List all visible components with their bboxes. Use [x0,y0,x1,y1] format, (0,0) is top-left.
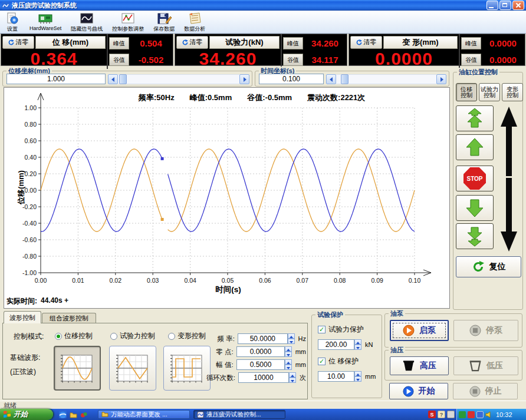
frequency-spinner[interactable] [288,333,295,344]
force-control-mode-button[interactable]: 试验力控制 [479,83,500,101]
save-icon [156,12,172,25]
force-protection-spinner[interactable] [354,339,361,350]
jog-down-button[interactable] [456,195,494,221]
spinner-down-icon[interactable] [285,365,291,370]
valley-label: 谷值 [283,54,303,66]
toolbar-save-button[interactable]: 保存数据 [152,11,176,34]
displacement-protection-checkbox[interactable]: ✓ 位 移保护 [318,356,359,366]
spinner-down-icon[interactable] [289,378,296,383]
tab-combined-wave-control[interactable]: 组合波形控制 [42,313,96,323]
radio-force-control[interactable]: 试验力控制 [110,331,155,341]
jog-fast-up-button[interactable] [456,105,494,131]
force-protection-checkbox[interactable]: ✓ 试验力保护 [318,325,364,335]
deformation-value: 0.0000 [349,49,459,69]
spinner-down-icon[interactable] [285,352,291,357]
spinner-up-icon[interactable] [288,333,295,339]
time-coordinate-input[interactable]: 0.100 [259,74,324,84]
toolbar-param-adjust-label: 控制参数调整 [112,25,144,33]
scroll-left-icon[interactable] [108,74,118,84]
taskbar-task-hydraulic-control[interactable]: 液压疲劳试验控制... [193,410,285,419]
spinner-up-icon[interactable] [354,371,361,376]
taskbar-help-icon[interactable]: ? [438,411,445,418]
tab-wave-control[interactable]: 波形控制 [4,311,41,323]
scroll-thumb[interactable] [341,74,349,84]
deformation-control-mode-button[interactable]: 变形控制 [502,83,523,101]
low-pressure-button[interactable]: 低压 [453,356,518,375]
scroll-left-icon[interactable] [326,74,336,84]
toolbar-hardware-button[interactable]: HardWareSet [28,11,63,32]
quick-launch-ie-icon[interactable] [59,411,67,418]
system-tray: 10:32 [456,409,526,420]
stop-test-button[interactable]: 停止 [453,383,518,399]
tray-volume-icon[interactable] [485,411,492,418]
scroll-thumb[interactable] [119,74,127,84]
time-coordinate-scrollbar[interactable] [326,74,446,84]
cycle-count-input[interactable]: 10000 [238,372,289,383]
deformation-clear-button[interactable]: 清零 [350,36,382,49]
cycle-count-spinner[interactable] [289,372,296,383]
taskbar-s-icon[interactable]: S [428,411,436,418]
toolbar-param-adjust-button[interactable]: 控制参数调整 [111,11,145,34]
displacement-protection-input[interactable]: 10.00 [318,371,354,382]
tray-green-icon[interactable] [459,411,466,418]
jog-stop-button[interactable]: STOP [456,166,494,191]
zero-point-spinner[interactable] [285,346,291,357]
cylinder-group-title: 油缸位置控制 [457,68,499,77]
quick-launch-folder-icon[interactable] [70,411,77,418]
spinner-up-icon[interactable] [285,359,291,365]
reset-button[interactable]: 复位 [456,256,521,277]
deformation-valley-value: 0.0000 [481,55,525,65]
spinner-down-icon[interactable] [354,376,361,382]
jog-fast-down-button[interactable] [456,223,494,249]
force-protection-input[interactable]: 200.00 [318,339,354,350]
start-pump-button[interactable]: 启泵 [390,320,449,341]
actual-time-readout: 实际时间: 44.40s + [6,296,68,306]
triangle-wave-button[interactable] [109,346,156,391]
taskbar-misc-icon[interactable] [447,411,455,418]
displacement-coordinate-scrollbar[interactable] [108,74,249,84]
jog-up-button[interactable] [456,134,494,160]
quick-launch-media-icon[interactable] [80,411,88,418]
spinner-up-icon[interactable] [354,339,361,345]
svg-text:0.00: 0.00 [35,277,47,284]
sine-wave-button[interactable] [54,346,101,391]
high-pressure-button[interactable]: 高压 [390,356,449,375]
toolbar-analysis-button[interactable]: 数据分析 [183,11,206,34]
toolbar-analysis-label: 数据分析 [184,25,205,33]
amplitude-input[interactable]: 0.5000 [236,359,285,370]
high-pressure-bucket-icon [402,360,415,372]
valley-label: 谷值 [461,54,481,66]
svg-text:-0.40: -0.40 [22,220,37,227]
scroll-right-icon[interactable] [436,74,446,84]
stop-pump-button[interactable]: 停泵 [453,320,518,341]
taskbar-clock: 10:32 [496,411,512,418]
scroll-right-icon[interactable] [239,74,249,84]
force-clear-button[interactable]: 清零 [176,36,208,49]
radio-displacement-control[interactable]: 位移控制 [55,331,93,341]
tray-red-icon[interactable] [468,411,475,418]
spinner-down-icon[interactable] [288,339,295,344]
tray-network-icon[interactable] [476,411,484,418]
spinner-up-icon[interactable] [285,346,291,352]
start-test-button[interactable]: 开始 [389,383,448,399]
start-menu-button[interactable]: 开始 [0,409,53,420]
zero-point-input[interactable]: 0.0000 [236,346,285,357]
close-button[interactable] [512,1,524,10]
displacement-coordinate-input[interactable]: 1.000 [6,74,106,84]
toolbar-settings-button[interactable]: 设置 [4,11,21,34]
minimize-button[interactable] [486,1,498,10]
cylinder-position-control-group: 油缸位置控制 位移控制 试验力控制 变形控制 STOP [453,72,523,310]
param-adjust-icon [120,12,136,25]
displacement-control-mode-button[interactable]: 位移控制 [456,83,477,101]
displacement-clear-button[interactable]: 清零 [2,36,34,49]
down-arrow-icon [463,197,486,219]
restore-button[interactable] [499,1,511,10]
frequency-input[interactable]: 50.0000 [238,333,288,344]
amplitude-spinner[interactable] [285,359,291,370]
spinner-down-icon[interactable] [354,345,361,350]
displacement-protection-spinner[interactable] [354,371,361,382]
radio-icon [110,333,117,340]
spinner-up-icon[interactable] [289,372,296,378]
toolbar-hide-curve-button[interactable]: 隐藏信号曲线 [70,11,104,34]
taskbar-task-interface-editor[interactable]: 万能动态界面更改 ... [98,410,190,419]
